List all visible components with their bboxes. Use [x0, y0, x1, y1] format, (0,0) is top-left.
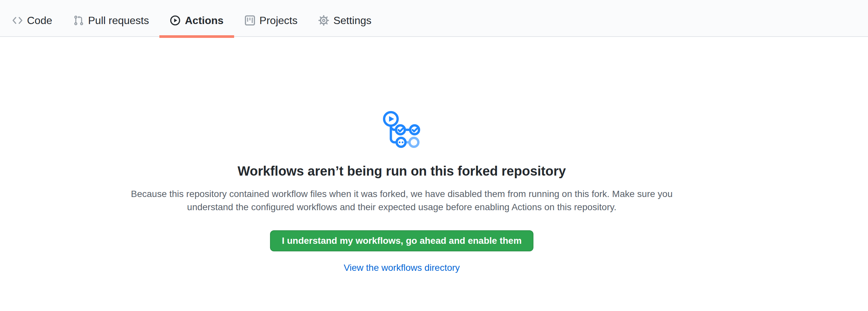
repo-tab-bar: Code Pull requests Actions — [0, 0, 868, 37]
project-icon — [245, 15, 255, 26]
tab-pull-requests[interactable]: Pull requests — [63, 5, 160, 36]
code-icon — [12, 15, 23, 26]
tab-settings[interactable]: Settings — [308, 5, 382, 36]
gear-icon — [318, 15, 329, 26]
enable-workflows-button[interactable]: I understand my workflows, go ahead and … — [270, 230, 533, 251]
tab-label: Code — [27, 15, 52, 26]
workflow-icon — [383, 111, 421, 148]
tab-code[interactable]: Code — [2, 5, 63, 36]
tab-actions[interactable]: Actions — [159, 5, 234, 36]
tab-label: Projects — [259, 15, 298, 26]
actions-blankslate: Workflows aren’t being run on this forke… — [0, 111, 803, 274]
tab-label: Settings — [333, 15, 371, 26]
tab-label: Actions — [185, 15, 223, 26]
git-pull-request-icon — [73, 15, 84, 26]
blankslate-title: Workflows aren’t being run on this forke… — [0, 162, 803, 180]
workflows-directory-link[interactable]: View the workflows directory — [344, 262, 460, 273]
blankslate-description: Because this repository contained workfl… — [128, 187, 675, 214]
play-icon — [170, 15, 181, 26]
tab-label: Pull requests — [88, 15, 149, 26]
tab-projects[interactable]: Projects — [234, 5, 308, 36]
